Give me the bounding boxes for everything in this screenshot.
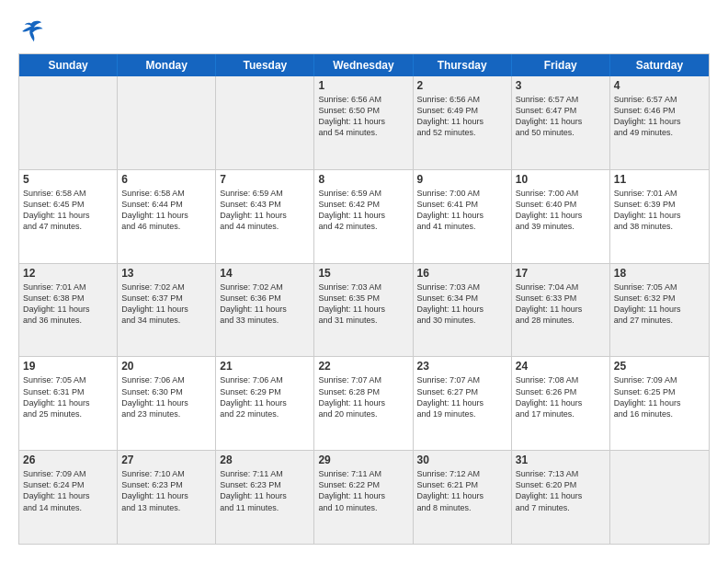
day-number: 17 (516, 267, 606, 280)
day-cell-empty (610, 451, 709, 544)
day-cell-8: 8Sunrise: 6:59 AM Sunset: 6:42 PM Daylig… (314, 170, 413, 263)
day-info: Sunrise: 6:58 AM Sunset: 6:45 PM Dayligh… (23, 188, 113, 233)
day-info: Sunrise: 6:59 AM Sunset: 6:42 PM Dayligh… (318, 188, 408, 233)
day-cell-25: 25Sunrise: 7:09 AM Sunset: 6:25 PM Dayli… (610, 357, 709, 450)
calendar-body: 1Sunrise: 6:56 AM Sunset: 6:50 PM Daylig… (19, 76, 709, 544)
day-info: Sunrise: 6:58 AM Sunset: 6:44 PM Dayligh… (121, 188, 211, 233)
day-number: 13 (121, 267, 211, 280)
day-info: Sunrise: 7:11 AM Sunset: 6:22 PM Dayligh… (318, 468, 408, 513)
day-number: 26 (23, 454, 113, 466)
logo (18, 18, 48, 44)
day-cell-26: 26Sunrise: 7:09 AM Sunset: 6:24 PM Dayli… (19, 451, 118, 544)
day-number: 1 (318, 79, 408, 92)
day-number: 4 (614, 79, 705, 92)
week-row-0: 1Sunrise: 6:56 AM Sunset: 6:50 PM Daylig… (19, 76, 709, 170)
day-info: Sunrise: 7:02 AM Sunset: 6:37 PM Dayligh… (121, 282, 211, 327)
day-number: 6 (121, 173, 211, 186)
day-info: Sunrise: 6:57 AM Sunset: 6:47 PM Dayligh… (516, 94, 606, 139)
day-cell-14: 14Sunrise: 7:02 AM Sunset: 6:36 PM Dayli… (216, 264, 314, 357)
day-cell-empty (19, 76, 118, 169)
day-info: Sunrise: 7:07 AM Sunset: 6:27 PM Dayligh… (417, 374, 507, 419)
day-info: Sunrise: 7:12 AM Sunset: 6:21 PM Dayligh… (417, 468, 507, 513)
day-number: 22 (318, 360, 408, 373)
day-cell-16: 16Sunrise: 7:03 AM Sunset: 6:34 PM Dayli… (414, 264, 512, 357)
day-info: Sunrise: 7:06 AM Sunset: 6:30 PM Dayligh… (121, 374, 211, 419)
day-number: 8 (318, 173, 408, 186)
day-number: 15 (318, 267, 408, 280)
week-row-4: 26Sunrise: 7:09 AM Sunset: 6:24 PM Dayli… (19, 451, 709, 544)
day-cell-31: 31Sunrise: 7:13 AM Sunset: 6:20 PM Dayli… (512, 451, 610, 544)
day-number: 20 (121, 360, 211, 373)
day-cell-6: 6Sunrise: 6:58 AM Sunset: 6:44 PM Daylig… (118, 170, 216, 263)
day-number: 23 (417, 360, 507, 373)
week-row-2: 12Sunrise: 7:01 AM Sunset: 6:38 PM Dayli… (19, 264, 709, 358)
day-cell-10: 10Sunrise: 7:00 AM Sunset: 6:40 PM Dayli… (512, 170, 610, 263)
day-number: 3 (516, 79, 606, 92)
day-header-friday: Friday (512, 54, 610, 76)
day-cell-4: 4Sunrise: 6:57 AM Sunset: 6:46 PM Daylig… (610, 76, 709, 169)
day-cell-11: 11Sunrise: 7:01 AM Sunset: 6:39 PM Dayli… (610, 170, 709, 263)
day-number: 29 (318, 454, 408, 466)
day-info: Sunrise: 7:06 AM Sunset: 6:29 PM Dayligh… (220, 374, 310, 419)
day-info: Sunrise: 6:57 AM Sunset: 6:46 PM Dayligh… (614, 94, 705, 139)
day-number: 11 (614, 173, 705, 186)
day-info: Sunrise: 7:09 AM Sunset: 6:24 PM Dayligh… (23, 468, 113, 513)
day-number: 18 (614, 267, 705, 280)
day-info: Sunrise: 7:10 AM Sunset: 6:23 PM Dayligh… (121, 468, 211, 513)
day-info: Sunrise: 7:05 AM Sunset: 6:32 PM Dayligh… (614, 282, 705, 327)
day-header-wednesday: Wednesday (314, 54, 413, 76)
day-info: Sunrise: 7:08 AM Sunset: 6:26 PM Dayligh… (516, 374, 606, 419)
week-row-1: 5Sunrise: 6:58 AM Sunset: 6:45 PM Daylig… (19, 170, 709, 264)
day-header-monday: Monday (118, 54, 216, 76)
day-cell-7: 7Sunrise: 6:59 AM Sunset: 6:43 PM Daylig… (216, 170, 314, 263)
day-info: Sunrise: 7:07 AM Sunset: 6:28 PM Dayligh… (318, 374, 408, 419)
day-info: Sunrise: 7:09 AM Sunset: 6:25 PM Dayligh… (614, 374, 705, 419)
day-number: 12 (23, 267, 113, 280)
day-number: 27 (121, 454, 211, 466)
day-info: Sunrise: 7:04 AM Sunset: 6:33 PM Dayligh… (516, 282, 606, 327)
day-cell-28: 28Sunrise: 7:11 AM Sunset: 6:23 PM Dayli… (216, 451, 314, 544)
day-info: Sunrise: 7:05 AM Sunset: 6:31 PM Dayligh… (23, 374, 113, 419)
day-info: Sunrise: 7:03 AM Sunset: 6:35 PM Dayligh… (318, 282, 408, 327)
day-cell-3: 3Sunrise: 6:57 AM Sunset: 6:47 PM Daylig… (512, 76, 610, 169)
day-cell-17: 17Sunrise: 7:04 AM Sunset: 6:33 PM Dayli… (512, 264, 610, 357)
page: SundayMondayTuesdayWednesdayThursdayFrid… (0, 0, 728, 563)
day-cell-12: 12Sunrise: 7:01 AM Sunset: 6:38 PM Dayli… (19, 264, 118, 357)
day-cell-20: 20Sunrise: 7:06 AM Sunset: 6:30 PM Dayli… (118, 357, 216, 450)
day-number: 19 (23, 360, 113, 373)
day-number: 21 (220, 360, 310, 373)
day-number: 7 (220, 173, 310, 186)
day-cell-18: 18Sunrise: 7:05 AM Sunset: 6:32 PM Dayli… (610, 264, 709, 357)
day-number: 31 (516, 454, 606, 466)
day-info: Sunrise: 6:56 AM Sunset: 6:50 PM Dayligh… (318, 94, 408, 139)
day-cell-22: 22Sunrise: 7:07 AM Sunset: 6:28 PM Dayli… (314, 357, 413, 450)
day-info: Sunrise: 7:11 AM Sunset: 6:23 PM Dayligh… (220, 468, 310, 513)
day-cell-23: 23Sunrise: 7:07 AM Sunset: 6:27 PM Dayli… (414, 357, 512, 450)
day-cell-empty (118, 76, 216, 169)
day-cell-empty (216, 76, 314, 169)
day-cell-2: 2Sunrise: 6:56 AM Sunset: 6:49 PM Daylig… (414, 76, 512, 169)
day-number: 24 (516, 360, 606, 373)
day-headers: SundayMondayTuesdayWednesdayThursdayFrid… (19, 54, 709, 76)
day-info: Sunrise: 7:13 AM Sunset: 6:20 PM Dayligh… (516, 468, 606, 513)
day-header-sunday: Sunday (19, 54, 118, 76)
day-info: Sunrise: 7:02 AM Sunset: 6:36 PM Dayligh… (220, 282, 310, 327)
day-info: Sunrise: 7:00 AM Sunset: 6:41 PM Dayligh… (417, 188, 507, 233)
day-number: 30 (417, 454, 507, 466)
day-header-tuesday: Tuesday (216, 54, 314, 76)
day-info: Sunrise: 6:59 AM Sunset: 6:43 PM Dayligh… (220, 188, 310, 233)
calendar: SundayMondayTuesdayWednesdayThursdayFrid… (18, 53, 710, 545)
day-cell-1: 1Sunrise: 6:56 AM Sunset: 6:50 PM Daylig… (314, 76, 413, 169)
day-info: Sunrise: 6:56 AM Sunset: 6:49 PM Dayligh… (417, 94, 507, 139)
day-number: 14 (220, 267, 310, 280)
day-number: 10 (516, 173, 606, 186)
day-info: Sunrise: 7:01 AM Sunset: 6:39 PM Dayligh… (614, 188, 705, 233)
day-info: Sunrise: 7:03 AM Sunset: 6:34 PM Dayligh… (417, 282, 507, 327)
day-number: 25 (614, 360, 705, 373)
day-cell-27: 27Sunrise: 7:10 AM Sunset: 6:23 PM Dayli… (118, 451, 216, 544)
day-cell-29: 29Sunrise: 7:11 AM Sunset: 6:22 PM Dayli… (314, 451, 413, 544)
day-cell-9: 9Sunrise: 7:00 AM Sunset: 6:41 PM Daylig… (414, 170, 512, 263)
day-cell-13: 13Sunrise: 7:02 AM Sunset: 6:37 PM Dayli… (118, 264, 216, 357)
day-number: 2 (417, 79, 507, 92)
day-number: 9 (417, 173, 507, 186)
